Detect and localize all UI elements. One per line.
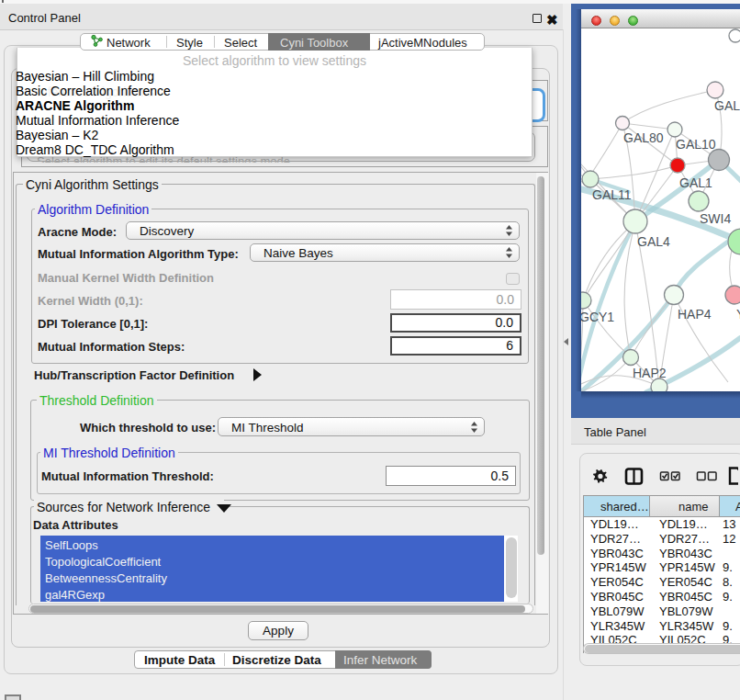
svg-text:GAL1: GAL1	[679, 175, 712, 190]
svg-text:SWI4: SWI4	[700, 211, 731, 226]
svg-text:GAL10: GAL10	[676, 137, 716, 152]
svg-text:HAP4: HAP4	[678, 307, 712, 322]
svg-text:HAP2: HAP2	[633, 366, 667, 380]
svg-text:GAL7: GAL7	[714, 98, 740, 113]
svg-text:GCY1: GCY1	[581, 310, 614, 324]
svg-text:GAL4: GAL4	[637, 234, 670, 249]
svg-text:Y: Y	[736, 307, 740, 322]
svg-text:GAL11: GAL11	[592, 187, 632, 202]
svg-text:GAL80: GAL80	[623, 130, 664, 145]
